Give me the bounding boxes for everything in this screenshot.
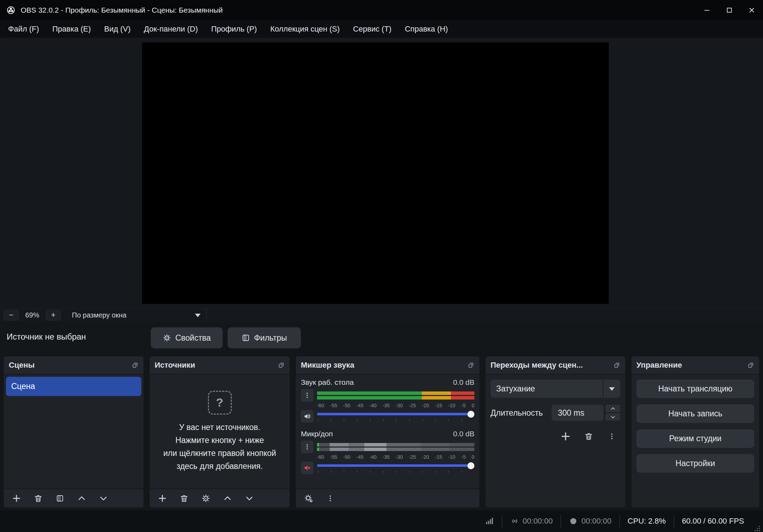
- menu-docks[interactable]: Док-панели (D): [137, 20, 204, 38]
- advanced-audio-button[interactable]: [302, 491, 316, 505]
- duration-value[interactable]: 300 ms: [552, 405, 603, 421]
- menu-help[interactable]: Справка (H): [398, 20, 454, 38]
- popout-icon[interactable]: [613, 362, 620, 369]
- preview-canvas[interactable]: [142, 42, 609, 304]
- channel-menu-button[interactable]: [301, 441, 313, 453]
- remove-transition-button[interactable]: [582, 429, 596, 443]
- mixer-title: Микшер звука: [301, 361, 354, 370]
- zoom-mode-select[interactable]: По размеру окна: [66, 309, 207, 321]
- duration-decrease-button[interactable]: [606, 413, 620, 421]
- add-transition-button[interactable]: [559, 429, 573, 443]
- volume-slider[interactable]: [317, 462, 474, 473]
- move-source-down-button[interactable]: [242, 491, 256, 505]
- chevron-up-icon: [223, 494, 232, 503]
- start-recording-button[interactable]: Начать запись: [636, 404, 754, 423]
- transition-actions: [491, 429, 620, 443]
- menu-file[interactable]: Файл (F): [1, 20, 46, 38]
- duration-increase-button[interactable]: [606, 405, 620, 412]
- network-signal-icon: [485, 517, 494, 526]
- duration-steppers: [606, 405, 620, 421]
- popout-icon[interactable]: [747, 362, 754, 369]
- slider-ticks: [318, 419, 474, 421]
- remove-scene-button[interactable]: [31, 491, 45, 505]
- zoom-out-button[interactable]: −: [4, 310, 19, 320]
- transition-select[interactable]: Затухание: [491, 380, 620, 398]
- resize-grip[interactable]: [754, 525, 761, 532]
- trash-icon: [34, 494, 43, 503]
- studio-mode-button[interactable]: Режим студии: [636, 429, 754, 448]
- menu-edit[interactable]: Правка (E): [46, 20, 97, 38]
- zoom-in-button[interactable]: +: [46, 310, 61, 320]
- chevron-up-icon: [610, 406, 616, 411]
- channel-volume-db: 0.0 dB: [453, 378, 474, 387]
- mute-toggle-button[interactable]: [301, 410, 313, 423]
- close-button[interactable]: [741, 0, 763, 20]
- duration-label: Длительность: [491, 408, 543, 418]
- statusbar: 00:00:00 00:00:00 CPU: 2.8% 60.00 / 60.0…: [0, 510, 763, 532]
- meter-bar: [317, 448, 474, 451]
- chevron-down-icon: [195, 314, 201, 320]
- menu-view[interactable]: Вид (V): [97, 20, 137, 38]
- slider-handle[interactable]: [467, 411, 474, 418]
- mixer-menu-button[interactable]: [323, 491, 337, 505]
- controls-title: Управление: [636, 361, 682, 370]
- mixer-header: Микшер звука: [296, 356, 479, 375]
- transitions-header: Переходы между сцен...: [486, 356, 625, 375]
- menu-profile[interactable]: Профиль (P): [204, 20, 263, 38]
- volume-meter: [317, 391, 474, 400]
- record-status-icon: [569, 517, 578, 526]
- volume-meter: [317, 443, 474, 451]
- maximize-button[interactable]: [718, 0, 741, 20]
- sources-header: Источники: [150, 356, 290, 375]
- dots-vertical-icon: [304, 443, 311, 450]
- duration-spinbox[interactable]: 300 ms: [552, 405, 620, 421]
- transition-menu-button[interactable]: [605, 429, 619, 443]
- popout-icon[interactable]: [131, 362, 139, 369]
- menu-tools[interactable]: Сервис (T): [346, 20, 398, 38]
- mixer-toolbar: [296, 489, 479, 507]
- move-scene-up-button[interactable]: [75, 491, 89, 505]
- network-status: [477, 517, 502, 526]
- minimize-button[interactable]: [696, 0, 718, 20]
- audio-mixer-panel: Микшер звука Звук раб. стола 0.0 dB: [296, 356, 479, 507]
- plus-icon: [158, 494, 167, 503]
- chevron-down-icon: [610, 414, 616, 420]
- volume-slider[interactable]: [317, 411, 474, 422]
- minimize-icon: [703, 6, 711, 14]
- close-icon: [748, 6, 756, 14]
- slider-track: [317, 413, 474, 415]
- move-source-up-button[interactable]: [221, 491, 235, 505]
- scene-list-item[interactable]: Сцена: [6, 377, 141, 396]
- slider-handle[interactable]: [467, 462, 474, 469]
- start-streaming-button[interactable]: Начать трансляцию: [636, 380, 754, 398]
- menu-scene-collection[interactable]: Коллекция сцен (S): [264, 20, 346, 38]
- filters-button[interactable]: Фильтры: [228, 327, 301, 348]
- add-source-button[interactable]: [155, 491, 169, 505]
- window-title: OBS 32.0.2 - Профиль: Безымянный - Сцены…: [21, 6, 223, 14]
- move-scene-down-button[interactable]: [96, 491, 110, 505]
- slider-ticks: [318, 471, 474, 473]
- chevron-down-icon: [609, 387, 615, 394]
- sources-list[interactable]: ? У вас нет источников. Нажмите кнопку +…: [150, 375, 290, 489]
- muted-speaker-icon: [303, 464, 311, 472]
- popout-icon[interactable]: [278, 362, 285, 369]
- slider-track: [317, 464, 474, 467]
- controls-header: Управление: [632, 356, 759, 375]
- meter-bar: [317, 391, 474, 395]
- source-properties-button[interactable]: [199, 491, 213, 505]
- sources-toolbar: [150, 489, 290, 507]
- gear-sliders-icon: [304, 494, 313, 503]
- channel-menu-button[interactable]: [301, 389, 313, 402]
- window-controls: [696, 0, 763, 20]
- remove-source-button[interactable]: [177, 491, 191, 505]
- popout-icon[interactable]: [467, 362, 474, 369]
- add-scene-button[interactable]: [9, 491, 23, 505]
- empty-text-line: Нажмите кнопку + ниже: [175, 434, 264, 447]
- properties-button[interactable]: Свойства: [151, 327, 223, 348]
- scene-filters-button[interactable]: [53, 491, 67, 505]
- stream-timer: 00:00:00: [502, 517, 561, 526]
- dropdown-arrow: [603, 380, 620, 398]
- mute-toggle-button[interactable]: [301, 462, 313, 474]
- settings-button[interactable]: Настройки: [636, 454, 754, 473]
- preview-area: [0, 38, 763, 308]
